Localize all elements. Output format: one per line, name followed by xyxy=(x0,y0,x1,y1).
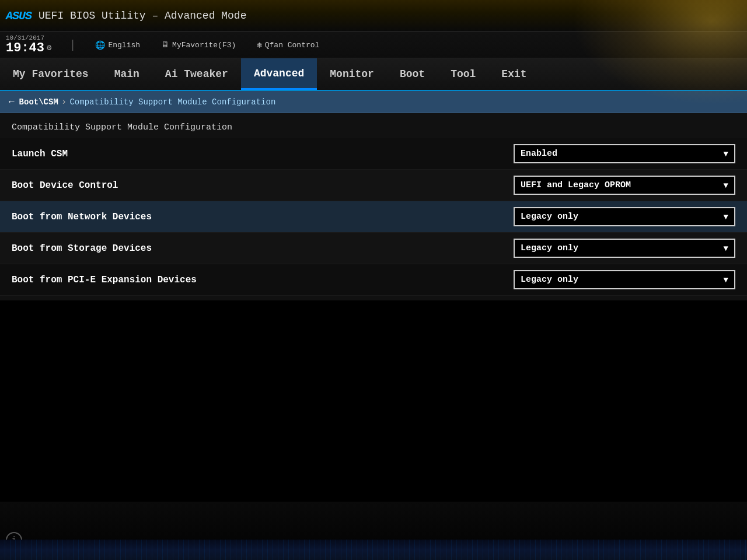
dropdown-arrow-icon-2: ▼ xyxy=(724,212,728,222)
setting-label-3: Boot from Storage Devices xyxy=(12,243,514,254)
nav-item-monitor[interactable]: Monitor xyxy=(317,58,387,90)
nav-bar: My FavoritesMainAi TweakerAdvancedMonito… xyxy=(0,58,747,91)
dropdown-arrow-icon-1: ▼ xyxy=(724,181,728,190)
dropdown-value-2: Legacy only xyxy=(521,212,578,222)
setting-label-4: Boot from PCI-E Expansion Devices xyxy=(12,275,514,285)
dropdown-value-1: UEFI and Legacy OPROM xyxy=(521,180,631,190)
setting-dropdown-0[interactable]: Enabled▼ xyxy=(514,144,735,163)
setting-label-2: Boot from Network Devices xyxy=(12,212,514,222)
setting-row-1: Boot Device ControlUEFI and Legacy OPROM… xyxy=(0,170,747,201)
setting-label-0: Launch CSM xyxy=(12,149,514,159)
breadcrumb-sep: › xyxy=(61,97,67,107)
deco-bar xyxy=(0,540,747,560)
breadcrumb: ← Boot\CSM › Compatibility Support Modul… xyxy=(0,91,747,113)
divider-1: | xyxy=(69,38,76,52)
toolbar-row: 10/31/2017 19:43 ⚙ | 🌐 English 🖥 MyFavor… xyxy=(0,32,747,58)
nav-item-tool[interactable]: Tool xyxy=(438,58,488,90)
datetime-block: 10/31/2017 19:43 ⚙ xyxy=(6,34,51,55)
nav-item-advanced[interactable]: Advanced xyxy=(241,58,317,90)
settings-icon[interactable]: ⚙ xyxy=(47,44,51,52)
asus-logo: ASUS xyxy=(6,9,32,23)
setting-dropdown-1[interactable]: UEFI and Legacy OPROM▼ xyxy=(514,176,735,195)
nav-item-main[interactable]: Main xyxy=(102,58,152,90)
dropdown-value-0: Enabled xyxy=(521,149,557,159)
time-display: 19:43 ⚙ xyxy=(6,41,51,55)
content-area: Compatibility Support Module Configurati… xyxy=(0,113,747,300)
setting-row-0: Launch CSMEnabled▼ xyxy=(0,138,747,170)
setting-dropdown-2[interactable]: Legacy only▼ xyxy=(514,207,735,226)
setting-dropdown-4[interactable]: Legacy only▼ xyxy=(514,270,735,289)
bottom-area: i xyxy=(0,502,747,560)
myfavorite-button[interactable]: 🖥 MyFavorite(F3) xyxy=(156,38,240,51)
dropdown-arrow-icon-0: ▼ xyxy=(724,149,728,159)
dropdown-arrow-icon-3: ▼ xyxy=(724,244,728,253)
globe-icon: 🌐 xyxy=(95,40,105,50)
dropdown-arrow-icon-4: ▼ xyxy=(724,275,728,285)
monitor-icon: 🖥 xyxy=(161,40,169,50)
nav-item-boot[interactable]: Boot xyxy=(387,58,438,90)
setting-row-2: Boot from Network DevicesLegacy only▼ xyxy=(0,201,747,233)
breadcrumb-path: Boot\CSM xyxy=(19,97,58,107)
nav-item-exit[interactable]: Exit xyxy=(488,58,539,90)
nav-item-ai-tweaker[interactable]: Ai Tweaker xyxy=(152,58,241,90)
section-header: Compatibility Support Module Configurati… xyxy=(0,118,747,138)
setting-label-1: Boot Device Control xyxy=(12,180,514,191)
fan-icon: ❄ xyxy=(257,40,261,50)
setting-dropdown-3[interactable]: Legacy only▼ xyxy=(514,239,735,258)
language-button[interactable]: 🌐 English xyxy=(90,38,145,52)
breadcrumb-sub: Compatibility Support Module Configurati… xyxy=(69,97,275,107)
bios-title: UEFI BIOS Utility – Advanced Mode xyxy=(39,10,741,22)
qfan-button[interactable]: ❄ Qfan Control xyxy=(252,38,324,52)
header-bar: ASUS UEFI BIOS Utility – Advanced Mode xyxy=(0,0,747,32)
nav-item-my-favorites[interactable]: My Favorites xyxy=(0,58,102,90)
dropdown-value-3: Legacy only xyxy=(521,243,578,253)
dropdown-value-4: Legacy only xyxy=(521,275,578,285)
setting-row-4: Boot from PCI-E Expansion DevicesLegacy … xyxy=(0,264,747,296)
setting-row-3: Boot from Storage DevicesLegacy only▼ xyxy=(0,233,747,264)
back-arrow-icon[interactable]: ← xyxy=(9,97,15,107)
